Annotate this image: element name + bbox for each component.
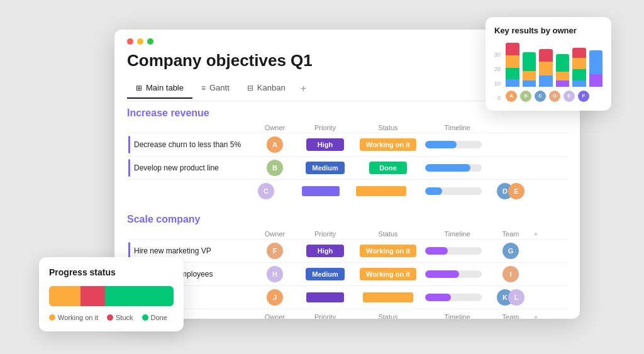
- avatar: G: [502, 243, 519, 259]
- dot-red[interactable]: [127, 38, 133, 45]
- chart-avatars: A B C D E F: [506, 91, 602, 102]
- bar-stack: [556, 54, 570, 87]
- tab-add-button[interactable]: +: [294, 78, 313, 99]
- owner-cell: F: [253, 243, 297, 259]
- timeline-fill: [425, 164, 470, 172]
- empty-timeline: [423, 294, 492, 301]
- bar-segment: [572, 80, 586, 87]
- empty-row: C D E: [127, 179, 567, 202]
- table-header-3: Owner Priority Status Timeline Team +: [127, 309, 567, 319]
- status-badge: Working on it: [360, 138, 416, 151]
- bar-segment: [506, 68, 519, 79]
- team-avatars: K L: [497, 289, 525, 306]
- priority-cell: Medium: [297, 268, 353, 280]
- bar-segment: [539, 49, 553, 62]
- kanban-icon: ⊟: [247, 84, 253, 92]
- timeline-cell: [423, 247, 492, 255]
- chart-bars-area: A B C D E F: [506, 43, 602, 102]
- legend-label-done: Done: [151, 314, 167, 321]
- priority-bar: [306, 292, 344, 302]
- bar-group: [572, 48, 586, 87]
- bar-segment: [556, 54, 570, 72]
- bar-segment: [572, 69, 586, 80]
- empty-avatars: C: [132, 183, 274, 199]
- col-owner-header: Owner: [253, 124, 297, 131]
- chart-avatar: A: [506, 91, 517, 102]
- bar-segment: [523, 80, 536, 87]
- col-status-header: Status: [353, 313, 423, 319]
- avatar: I: [502, 266, 519, 282]
- gantt-icon: ≡: [201, 84, 206, 92]
- bar-stack: [506, 43, 519, 87]
- bar-group: [589, 50, 603, 87]
- tab-main-table-label: Main table: [146, 83, 184, 92]
- empty-status: [353, 186, 423, 196]
- chart-avatar: B: [520, 91, 531, 102]
- bar-segment: [572, 58, 586, 69]
- col-owner-header: Owner: [253, 313, 297, 319]
- timeline-bar: [425, 187, 482, 195]
- key-results-widget: Key results by owner 30 20 10 0: [486, 17, 611, 111]
- status-cell: Working on it: [353, 245, 423, 257]
- progress-seg-working: [49, 286, 80, 306]
- priority-badge: Medium: [306, 162, 345, 174]
- avatar: B: [267, 160, 283, 176]
- dot-yellow[interactable]: [137, 38, 143, 45]
- y-label: 20: [494, 66, 501, 72]
- tab-kanban[interactable]: ⊟ Kanban: [238, 78, 294, 99]
- table-header-2: Owner Priority Status Timeline Team +: [127, 229, 567, 239]
- bar-segment: [589, 74, 603, 87]
- bar-stack: [523, 52, 536, 87]
- avatar: H: [267, 266, 283, 282]
- col-timeline-header: Timeline: [423, 313, 492, 319]
- chart-avatar: E: [564, 91, 575, 102]
- bar-segment: [589, 50, 603, 74]
- timeline-cell: [423, 164, 492, 172]
- col-status-header: Status: [353, 230, 423, 238]
- bar-segment: [506, 43, 519, 55]
- progress-seg-done: [105, 286, 174, 306]
- owner-cell: B: [253, 160, 297, 176]
- timeline-cell: [423, 270, 492, 278]
- table-header-1: Owner Priority Status Timeline: [127, 123, 567, 133]
- priority-badge: High: [306, 138, 344, 151]
- legend-dot-stuck: [107, 314, 113, 321]
- bar-segment: [523, 52, 536, 71]
- bar-group: [523, 52, 536, 87]
- timeline-bar: [425, 247, 482, 255]
- table-row[interactable]: Hire new marketing VP F High Working on …: [127, 239, 567, 262]
- avatar: L: [508, 289, 525, 306]
- tab-main-table[interactable]: ⊞ Main table: [127, 78, 192, 99]
- avatar: A: [267, 136, 283, 153]
- bar-segment: [539, 62, 553, 75]
- col-add-header[interactable]: +: [530, 313, 542, 319]
- table-row[interactable]: Hire 20 new employees H Medium Working o…: [127, 262, 567, 285]
- bar-group: [506, 43, 519, 87]
- priority-cell: Medium: [297, 162, 353, 174]
- dot-green[interactable]: [147, 38, 153, 45]
- col-priority-header: Priority: [297, 124, 353, 131]
- legend-item-working: Working on it: [49, 314, 98, 321]
- chart-avatar: F: [578, 91, 589, 102]
- y-label: 30: [494, 52, 501, 58]
- bar-group: [556, 54, 570, 87]
- task-name: Decrease churn to less than 5%: [134, 140, 241, 149]
- table-row[interactable]: Develop new product line B Medium Done: [127, 156, 567, 179]
- bar-segment: [506, 55, 519, 68]
- widget-title: Key results by owner: [494, 26, 602, 35]
- content-area: Increase revenue Owner Priority Status T…: [114, 101, 580, 319]
- col-status-header: Status: [353, 124, 423, 131]
- progress-seg-stuck: [80, 286, 106, 306]
- priority-badge: High: [306, 245, 344, 257]
- col-add-header[interactable]: +: [530, 230, 542, 238]
- owner-cell: H: [253, 266, 297, 282]
- bar-stack: [539, 49, 553, 87]
- table-row[interactable]: Decrease churn to less than 5% A High Wo…: [127, 133, 567, 156]
- tab-gantt[interactable]: ≡ Gantt: [192, 78, 238, 99]
- bar-stack: [589, 50, 603, 87]
- y-axis: 30 20 10 0: [494, 52, 503, 102]
- timeline-bar: [425, 141, 482, 148]
- col-timeline-header: Timeline: [423, 230, 492, 238]
- legend-item-done: Done: [142, 314, 167, 321]
- col-team-header: Team: [492, 313, 530, 319]
